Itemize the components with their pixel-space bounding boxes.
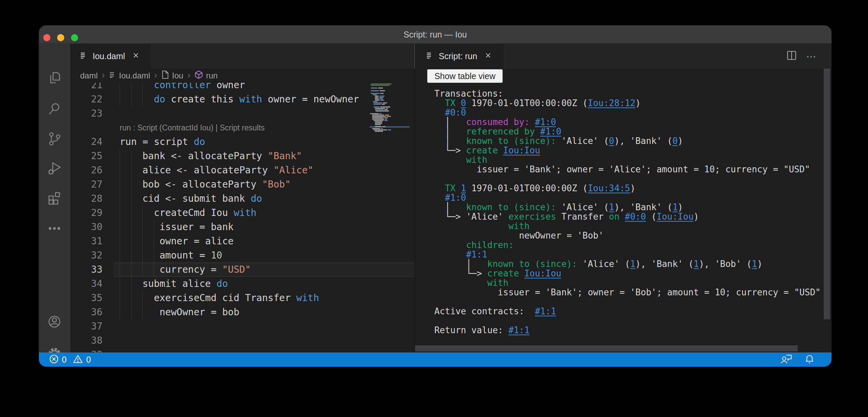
code-line[interactable]: 36 newOwner = bob bbox=[70, 305, 414, 319]
tx-link[interactable]: 1 bbox=[672, 202, 678, 212]
tx-link[interactable]: #1:1 bbox=[508, 325, 530, 335]
code-lens[interactable]: run : Script (ContractId Iou) | Script r… bbox=[70, 121, 414, 135]
breadcrumb-item-symbol-run[interactable]: run bbox=[194, 70, 218, 81]
minimap-line bbox=[372, 119, 384, 120]
tab-label: Iou.daml bbox=[93, 51, 125, 61]
minimap-line bbox=[373, 104, 381, 105]
editor-panel-sash[interactable] bbox=[414, 69, 415, 352]
tx-text: Active contracts: bbox=[434, 306, 535, 316]
code-line[interactable]: 33 currency = "USD" bbox=[70, 263, 414, 277]
line-number: 30 bbox=[70, 220, 102, 234]
code-line[interactable]: 22 do create this with owner = newOwner bbox=[70, 92, 414, 106]
line-number: 22 bbox=[70, 92, 102, 106]
tx-link[interactable]: #1:0 bbox=[540, 126, 561, 137]
minimap-line bbox=[380, 96, 384, 97]
line-number: 35 bbox=[70, 291, 102, 305]
minimap-line bbox=[382, 104, 385, 105]
code-line[interactable]: 27 bob <- allocateParty "Bob" bbox=[70, 177, 414, 192]
minimap-line bbox=[385, 115, 389, 116]
code-line[interactable]: 24run = script do bbox=[70, 135, 414, 149]
code-line[interactable]: 25 bank <- allocateParty "Bank" bbox=[70, 149, 414, 163]
minimap-line bbox=[371, 83, 392, 84]
tx-text: Return value: bbox=[434, 325, 508, 335]
code-line[interactable]: 23 bbox=[70, 106, 414, 121]
panel-more-actions-icon[interactable]: ⋯ bbox=[806, 50, 818, 62]
problems-status[interactable]: 0 0 bbox=[49, 354, 91, 365]
warning-icon bbox=[73, 354, 83, 365]
code-line[interactable]: 30 issuer = bank bbox=[70, 220, 414, 234]
tab-script-run[interactable]: Script: run bbox=[415, 44, 504, 69]
code-line[interactable]: 21 controller owner bbox=[70, 83, 414, 92]
tx-link[interactable]: Iou:Iou bbox=[503, 145, 540, 155]
code-line[interactable]: 32 amount = 10 bbox=[70, 248, 414, 263]
run-debug-icon[interactable] bbox=[47, 161, 62, 176]
tx-link[interactable]: 0 bbox=[461, 98, 466, 108]
tx-text: create bbox=[466, 145, 503, 155]
breadcrumb-item-module[interactable]: Iou bbox=[161, 70, 183, 81]
tx-link[interactable]: 1 bbox=[694, 259, 699, 269]
line-number: 23 bbox=[70, 106, 102, 121]
tx-text: ) bbox=[635, 98, 641, 108]
close-tab-icon[interactable] bbox=[485, 52, 491, 60]
minimap-line bbox=[372, 116, 386, 117]
code-line[interactable]: 26 alice <- allocateParty "Alice" bbox=[70, 163, 414, 177]
show-table-view-button[interactable]: Show table view bbox=[427, 69, 503, 83]
account-icon[interactable] bbox=[47, 314, 62, 329]
tx-link[interactable]: 0 bbox=[609, 136, 614, 146]
line-number: 37 bbox=[70, 319, 102, 334]
tx-text: with bbox=[466, 155, 487, 165]
tab-iou-daml[interactable]: Iou.daml bbox=[70, 44, 150, 69]
tx-link[interactable]: Iou:Iou bbox=[524, 268, 561, 278]
source-control-icon[interactable] bbox=[47, 131, 62, 147]
code-line[interactable]: 29 createCmd Iou with bbox=[70, 206, 414, 220]
breadcrumb-item-daml[interactable]: daml bbox=[80, 71, 98, 80]
code-editor[interactable]: 21 controller owner22 do create this wit… bbox=[70, 83, 414, 352]
tx-link[interactable]: #0:0 bbox=[625, 212, 646, 222]
bell-icon[interactable] bbox=[804, 353, 815, 366]
explorer-icon[interactable] bbox=[47, 70, 62, 86]
more-actions-icon[interactable] bbox=[47, 221, 62, 236]
tx-link[interactable]: 1 bbox=[609, 202, 614, 212]
code-line[interactable]: 37 bbox=[70, 319, 414, 334]
tx-link[interactable]: Iou:34:5 bbox=[588, 183, 630, 193]
tx-link[interactable]: Iou:28:12 bbox=[588, 98, 635, 108]
code-line[interactable]: 34 submit alice do bbox=[70, 277, 414, 291]
tx-link[interactable]: 1 bbox=[461, 183, 466, 193]
panel-vertical-scrollbar[interactable] bbox=[824, 69, 830, 319]
code-line[interactable]: 28 cid <- submit bank do bbox=[70, 192, 414, 206]
code-line[interactable]: 31 owner = alice bbox=[70, 234, 414, 248]
chevron-right-icon: › bbox=[102, 70, 105, 80]
tx-text: consumed by: bbox=[466, 117, 535, 127]
minimap-line bbox=[371, 93, 380, 94]
tx-link[interactable]: 1 bbox=[752, 259, 757, 269]
close-tab-icon[interactable] bbox=[132, 52, 139, 60]
feedback-icon[interactable] bbox=[780, 353, 793, 366]
line-number: 33 bbox=[70, 263, 102, 277]
code-line[interactable]: 38 bbox=[70, 334, 414, 348]
minimap-line bbox=[384, 120, 388, 121]
tx-link[interactable]: 0 bbox=[672, 136, 678, 146]
minimap-line bbox=[382, 126, 386, 127]
breadcrumb-item-file[interactable]: Iou.daml bbox=[109, 71, 150, 80]
code-line[interactable]: 35 exerciseCmd cid Transfer with bbox=[70, 291, 414, 305]
minimap-line bbox=[373, 120, 384, 121]
tx-link[interactable]: #1:0 bbox=[535, 117, 556, 127]
minimap-line bbox=[375, 96, 379, 97]
extensions-icon[interactable] bbox=[47, 191, 62, 206]
line-number: 32 bbox=[70, 248, 102, 263]
tx-link[interactable]: #1:1 bbox=[535, 306, 556, 316]
code-line[interactable]: 39 bbox=[70, 348, 414, 352]
tx-link[interactable]: Iou:Iou bbox=[657, 212, 694, 222]
split-editor-icon[interactable] bbox=[786, 50, 797, 63]
panel-horizontal-scrollbar[interactable] bbox=[415, 345, 798, 351]
search-icon[interactable] bbox=[47, 101, 62, 117]
tx-text bbox=[434, 278, 487, 288]
tx-text: referenced by bbox=[466, 126, 540, 137]
vscode-window: Script: run — Iou bbox=[39, 25, 831, 367]
title-bar[interactable]: Script: run — Iou bbox=[39, 25, 831, 44]
tx-text: ) bbox=[678, 202, 683, 212]
minimap-line bbox=[386, 108, 388, 109]
minimap[interactable] bbox=[369, 83, 410, 138]
tx-link[interactable]: 1 bbox=[630, 259, 635, 269]
line-number: 31 bbox=[70, 234, 102, 248]
